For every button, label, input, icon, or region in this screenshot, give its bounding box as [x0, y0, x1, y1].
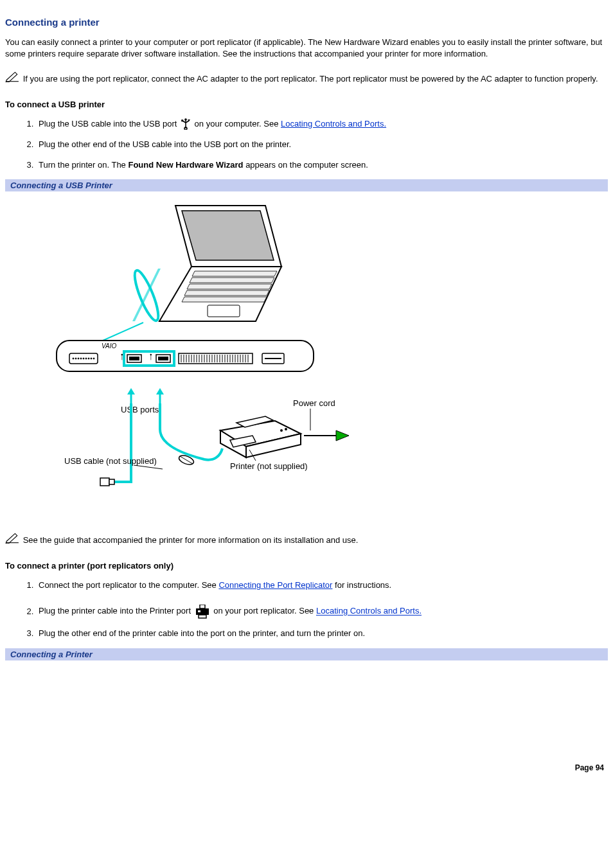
- svg-point-12: [78, 358, 79, 359]
- usb-steps-list: Plug the USB cable into the USB port on …: [5, 118, 608, 171]
- step-text: Plug the printer cable into the Printer …: [39, 607, 193, 616]
- figure-caption-usb: Connecting a USB Printer: [5, 179, 608, 191]
- svg-point-61: [285, 428, 287, 430]
- step-text: Connect the port replicator to the compu…: [39, 580, 218, 590]
- link-locating-controls[interactable]: Locating Controls and Ports.: [281, 119, 386, 128]
- vaio-label: VAIO: [102, 342, 117, 350]
- step-text: Plug the USB cable into the USB port: [39, 119, 179, 128]
- link-locating-controls-2[interactable]: Locating Controls and Ports.: [316, 607, 422, 616]
- svg-rect-64: [100, 478, 109, 486]
- figure-usb-printer: VAIO: [5, 191, 608, 520]
- label-printer: Printer (not supplied): [230, 461, 308, 471]
- svg-rect-22: [158, 357, 168, 360]
- svg-point-60: [280, 429, 283, 432]
- svg-rect-27: [179, 353, 253, 364]
- svg-point-26: [150, 354, 152, 355]
- svg-rect-3: [181, 120, 183, 121]
- svg-point-16: [88, 358, 89, 359]
- svg-point-15: [85, 358, 87, 359]
- label-usb-cable: USB cable (not supplied): [64, 456, 157, 466]
- svg-rect-5: [208, 305, 240, 317]
- section-title: Connecting a printer: [5, 17, 608, 28]
- step-text: Turn the printer on. The: [39, 160, 128, 170]
- svg-rect-73: [198, 610, 200, 612]
- note-printer-guide: See the guide that accompanied the print…: [5, 533, 608, 548]
- svg-point-17: [91, 358, 92, 359]
- step-bold: Found New Hardware Wizard: [128, 160, 243, 170]
- svg-rect-20: [129, 357, 139, 360]
- svg-point-10: [73, 358, 74, 359]
- svg-point-18: [93, 358, 94, 359]
- pencil-note-icon: [5, 71, 19, 85]
- svg-point-11: [75, 358, 76, 359]
- printer-port-icon: [195, 605, 210, 619]
- step-text: for instructions.: [335, 580, 391, 590]
- intro-paragraph: You can easily connect a printer to your…: [5, 37, 608, 59]
- usb-step-3: Turn the printer on. The Found New Hardw…: [36, 159, 608, 171]
- replicator-steps-list: Connect the port replicator to the compu…: [5, 580, 608, 639]
- label-usb-ports: USB ports: [121, 405, 159, 414]
- usb-heading: To connect a USB printer: [5, 100, 608, 109]
- svg-point-14: [83, 358, 84, 359]
- svg-rect-65: [109, 479, 114, 484]
- note-text: See the guide that accompanied the print…: [23, 535, 359, 545]
- svg-point-2: [184, 118, 187, 121]
- page-number: Page 94: [5, 763, 608, 772]
- note-replicator-power: If you are using the port replicator, co…: [5, 72, 608, 87]
- link-connecting-port-replicator[interactable]: Connecting the Port Replicator: [218, 580, 332, 590]
- pencil-note-icon: [5, 532, 19, 547]
- svg-point-13: [80, 358, 82, 359]
- usb-port-icon: [181, 118, 191, 130]
- replicator-step-1: Connect the port replicator to the compu…: [36, 580, 608, 591]
- step-text: on your port replicator. See: [213, 607, 316, 616]
- step-text: appears on the computer screen.: [245, 160, 368, 170]
- usb-step-1: Plug the USB cable into the USB port on …: [36, 118, 608, 130]
- note-text: If you are using the port replicator, co…: [23, 74, 598, 84]
- svg-rect-72: [199, 615, 206, 618]
- replicator-heading: To connect a printer (port replicators o…: [5, 561, 608, 571]
- replicator-step-3: Plug the other end of the printer cable …: [36, 628, 608, 639]
- step-text: on your computer. See: [195, 119, 281, 128]
- usb-step-2: Plug the other end of the USB cable into…: [36, 139, 608, 150]
- svg-point-24: [121, 354, 123, 355]
- figure-caption-printer: Connecting a Printer: [5, 648, 608, 660]
- svg-rect-70: [200, 605, 205, 608]
- replicator-step-2: Plug the printer cable into the Printer …: [36, 605, 608, 619]
- label-power-cord: Power cord: [293, 398, 335, 408]
